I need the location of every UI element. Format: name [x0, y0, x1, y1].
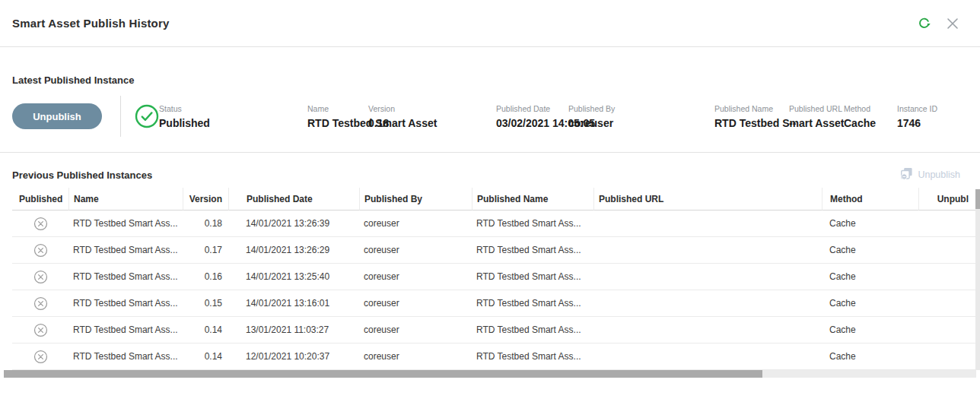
- field-value: coreuser: [568, 117, 714, 129]
- previous-instances-table: Published Name Version Published Date Pu…: [12, 188, 976, 370]
- unpublished-circle-x-icon: [12, 343, 68, 370]
- vertical-scrollbar-thumb[interactable]: [975, 189, 980, 209]
- field-published-by: Published By coreuser: [568, 104, 714, 129]
- cell-published-by: coreuser: [359, 290, 472, 317]
- column-header-name: Name: [68, 188, 183, 210]
- cell-method: Cache: [822, 210, 918, 237]
- cell-unpublished-date: [918, 343, 976, 370]
- field-value: Published: [159, 117, 307, 129]
- field-published-name: Published Name RTD Testbed Smart Asset: [714, 104, 789, 129]
- field-status: Status Published: [159, 104, 307, 129]
- cell-unpublished-date: [918, 210, 976, 237]
- cell-published-date: 13/01/2021 11:03:27: [228, 317, 359, 343]
- latest-published-section: Latest Published Instance Unpublish Stat…: [0, 74, 980, 153]
- cell-unpublished-date: [918, 317, 976, 343]
- field-value: 0.18: [368, 117, 496, 129]
- table-vertical-scrollbar: [975, 189, 980, 370]
- titlebar: Smart Asset Publish History: [0, 0, 980, 47]
- column-header-published-name: Published Name: [472, 188, 593, 210]
- table-horizontal-scrollbar: [4, 370, 976, 378]
- cell-method: Cache: [822, 237, 918, 264]
- cell-version: 0.14: [183, 343, 228, 370]
- cell-unpublished-date: [918, 264, 976, 290]
- cell-published-url: [593, 210, 822, 237]
- previous-section-header: Previous Published Instances Unpublish: [12, 165, 960, 185]
- unpublish-selected-label: Unpublish: [918, 169, 960, 180]
- cell-method: Cache: [822, 317, 918, 343]
- field-value: 1746: [897, 117, 937, 129]
- field-name: Name RTD Testbed Smart Asset: [307, 104, 368, 129]
- latest-section-heading: Latest Published Instance: [12, 74, 968, 86]
- unpublish-button[interactable]: Unpublish: [12, 103, 102, 129]
- field-method: Method Cache: [844, 104, 897, 129]
- latest-instance-row: Unpublish Status Published Name RTD Test…: [12, 95, 968, 138]
- cell-published-by: coreuser: [359, 237, 472, 264]
- field-label: Version: [368, 104, 496, 113]
- cell-published-date: 12/01/2021 10:20:37: [228, 343, 359, 370]
- field-value: --: [789, 117, 844, 129]
- column-header-version: Version: [183, 188, 228, 210]
- cell-published-name: RTD Testbed Smart Ass...: [472, 343, 593, 370]
- cell-published-by: coreuser: [359, 343, 472, 370]
- vertical-divider: [120, 96, 121, 137]
- unpublished-circle-x-icon: [12, 210, 68, 237]
- unpublished-circle-x-icon: [12, 237, 68, 264]
- field-label: Published URL: [789, 104, 844, 113]
- cell-published-url: [593, 317, 822, 343]
- cell-unpublished-date: [918, 237, 976, 264]
- cell-published-name: RTD Testbed Smart Ass...: [472, 317, 593, 343]
- horizontal-scrollbar-thumb[interactable]: [4, 370, 762, 378]
- cell-unpublished-date: [918, 290, 976, 317]
- field-value: 03/02/2021 14:05:05: [496, 117, 568, 129]
- unpublished-circle-x-icon: [12, 317, 68, 343]
- cell-name: RTD Testbed Smart Ass...: [68, 317, 183, 343]
- cell-published-date: 14/01/2021 13:26:29: [228, 237, 359, 264]
- page-title: Smart Asset Publish History: [12, 17, 170, 30]
- field-label: Status: [159, 104, 307, 113]
- cell-published-date: 14/01/2021 13:16:01: [228, 290, 359, 317]
- field-label: Published Name: [714, 104, 789, 113]
- cell-name: RTD Testbed Smart Ass...: [68, 210, 183, 237]
- column-header-published: Published: [12, 188, 68, 210]
- cell-method: Cache: [822, 290, 918, 317]
- field-published-url: Published URL --: [789, 104, 844, 129]
- unpublished-circle-x-icon: [12, 290, 68, 317]
- smart-asset-publish-history-dialog: Smart Asset Publish History Latest Publi…: [0, 0, 980, 402]
- unpublish-selected-button[interactable]: Unpublish: [900, 167, 960, 182]
- cell-name: RTD Testbed Smart Ass...: [68, 264, 183, 290]
- field-label: Instance ID: [897, 104, 937, 113]
- cell-name: RTD Testbed Smart Ass...: [68, 343, 183, 370]
- field-value: RTD Testbed Smart Asset: [307, 117, 368, 129]
- cell-published-name: RTD Testbed Smart Ass...: [472, 237, 593, 264]
- column-header-published-by: Published By: [359, 188, 472, 210]
- unpublished-circle-x-icon: [12, 264, 68, 290]
- previous-section-heading: Previous Published Instances: [12, 169, 152, 181]
- field-version: Version 0.18: [368, 104, 496, 129]
- column-header-published-url: Published URL: [593, 188, 822, 210]
- close-icon[interactable]: [945, 16, 960, 31]
- cell-published-by: coreuser: [359, 317, 472, 343]
- field-label: Published By: [568, 104, 714, 113]
- column-header-unpublished-date: Unpubl: [918, 188, 976, 210]
- cell-published-url: [593, 237, 822, 264]
- cell-published-name: RTD Testbed Smart Ass...: [472, 264, 593, 290]
- cell-published-url: [593, 290, 822, 317]
- field-label: Published Date: [496, 104, 568, 113]
- field-value: Cache: [844, 117, 897, 129]
- cell-published-by: coreuser: [359, 264, 472, 290]
- cell-published-by: coreuser: [359, 210, 472, 237]
- cell-method: Cache: [822, 343, 918, 370]
- column-header-method: Method: [822, 188, 918, 210]
- cell-published-url: [593, 264, 822, 290]
- cell-published-date: 14/01/2021 13:25:40: [228, 264, 359, 290]
- titlebar-actions: [916, 16, 960, 31]
- published-check-circle-icon: [135, 104, 159, 128]
- column-header-published-date: Published Date: [228, 188, 359, 210]
- cell-method: Cache: [822, 264, 918, 290]
- cell-version: 0.15: [183, 290, 228, 317]
- cell-version: 0.17: [183, 237, 228, 264]
- section-divider: [0, 138, 980, 153]
- refresh-icon[interactable]: [916, 16, 931, 31]
- cell-version: 0.16: [183, 264, 228, 290]
- cell-name: RTD Testbed Smart Ass...: [68, 290, 183, 317]
